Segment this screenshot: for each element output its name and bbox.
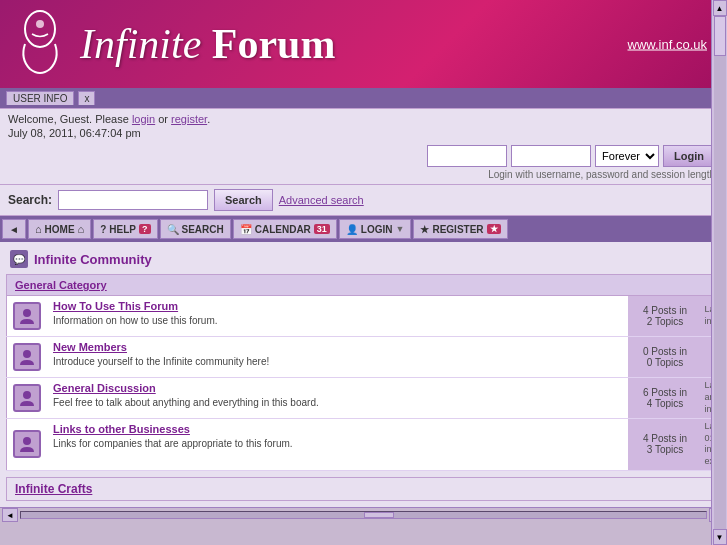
login-button[interactable]: Login <box>663 145 715 167</box>
search-label: Search: <box>8 193 52 207</box>
forum-stats-cell: 0 Posts in 0 Topics <box>628 337 703 378</box>
forum-info-cell: How To Use This Forum Information on how… <box>47 296 628 337</box>
category-name[interactable]: General Category <box>7 275 721 296</box>
scroll-track[interactable] <box>20 511 707 519</box>
search-icon: 🔍 <box>167 224 179 235</box>
header-logo <box>10 9 70 79</box>
nav-login-label: LOGIN <box>361 224 393 235</box>
nav-calendar-item[interactable]: 📅 CALENDAR 31 <box>233 219 337 239</box>
forum-info-cell: New Members Introduce yourself to the In… <box>47 337 628 378</box>
svg-point-2 <box>23 309 31 317</box>
register-badge: ★ <box>487 224 501 234</box>
header-url[interactable]: www.inf.co.uk <box>628 37 707 52</box>
svg-point-4 <box>23 391 31 399</box>
forum-name-link[interactable]: General Discussion <box>53 382 622 394</box>
scroll-left-button[interactable]: ◄ <box>2 508 18 522</box>
svg-point-0 <box>25 11 55 47</box>
forum-topics: 2 Topics <box>634 316 697 327</box>
forum-description: Information on how to use this forum. <box>53 315 218 326</box>
v-scroll-thumb[interactable] <box>714 16 726 56</box>
forum-name-link[interactable]: How To Use This Forum <box>53 300 622 312</box>
help-badge: ? <box>139 224 151 234</box>
svg-point-3 <box>23 350 31 358</box>
forum-table: General Category How To Use This Forum I… <box>6 274 721 471</box>
user-info-tab[interactable]: USER INFO <box>6 91 74 105</box>
forum-icon-cell <box>7 337 48 378</box>
welcome-date: July 08, 2011, 06:47:04 pm <box>8 127 719 139</box>
nav-home-label: HOME <box>45 224 75 235</box>
avatar-icon <box>17 388 37 408</box>
scroll-up-button[interactable]: ▲ <box>713 0 727 16</box>
table-row: General Discussion Feel free to talk abo… <box>7 378 721 419</box>
avatar-icon <box>17 347 37 367</box>
nav-search-item[interactable]: 🔍 SEARCH <box>160 219 231 239</box>
table-row: Links to other Businesses Links for comp… <box>7 419 721 471</box>
forum-avatar <box>13 343 41 371</box>
nav-back-button[interactable]: ◄ <box>2 219 26 239</box>
nav-help-item[interactable]: ? HELP ? <box>93 219 157 239</box>
table-row: How To Use This Forum Information on how… <box>7 296 721 337</box>
forum-avatar <box>13 302 41 330</box>
table-row: New Members Introduce yourself to the In… <box>7 337 721 378</box>
horizontal-scrollbar: ◄ ► <box>0 507 727 523</box>
forum-avatar <box>13 384 41 412</box>
nav-login-item[interactable]: 👤 LOGIN ▼ <box>339 219 412 239</box>
forum-icon-cell <box>7 419 48 471</box>
header-title: Infinite Forum <box>80 20 335 68</box>
community-header: 💬 Infinite Community <box>6 248 721 270</box>
forum-stats-cell: 6 Posts in 4 Topics <box>628 378 703 419</box>
vertical-scrollbar: ▲ ▼ <box>711 0 727 523</box>
search-bar: Search: Search Advanced search <box>0 185 727 216</box>
search-button[interactable]: Search <box>214 189 273 211</box>
login-link[interactable]: login <box>132 113 155 125</box>
forum-name-link[interactable]: New Members <box>53 341 622 353</box>
advanced-search-link[interactable]: Advanced search <box>279 194 364 206</box>
forum-posts: 0 Posts in <box>634 346 697 357</box>
scroll-thumb[interactable] <box>364 512 394 518</box>
forum-topics: 0 Topics <box>634 357 697 368</box>
svg-point-5 <box>23 437 31 445</box>
forum-topics: 3 Topics <box>634 444 697 455</box>
forum-avatar <box>13 430 41 458</box>
welcome-text: Welcome, Guest. Please login or register… <box>8 113 719 125</box>
avatar-icon <box>17 434 37 454</box>
session-length-select[interactable]: Forever <box>595 145 659 167</box>
nav-register-item[interactable]: ★ REGISTER ★ <box>413 219 507 239</box>
forum-posts: 6 Posts in <box>634 387 697 398</box>
password-input[interactable] <box>511 145 591 167</box>
calendar-icon: 📅 <box>240 224 252 235</box>
forum-stats-cell: 4 Posts in 3 Topics <box>628 419 703 471</box>
forum-icon-cell <box>7 378 48 419</box>
forum-info-cell: General Discussion Feel free to talk abo… <box>47 378 628 419</box>
nav-search-label: SEARCH <box>182 224 224 235</box>
login-hint: Login with username, password and sessio… <box>8 169 719 184</box>
nav-bar: ◄ ⌂ HOME ⌂ ? HELP ? 🔍 SEARCH 📅 CALENDAR … <box>0 216 727 242</box>
forum-description: Introduce yourself to the Infinite commu… <box>53 356 269 367</box>
forum-posts: 4 Posts in <box>634 433 697 444</box>
forum-posts: 4 Posts in <box>634 305 697 316</box>
person-icon: 👤 <box>346 224 358 235</box>
username-input[interactable] <box>427 145 507 167</box>
nav-home-icon2: ⌂ <box>78 223 85 235</box>
search-input[interactable] <box>58 190 208 210</box>
forum-stats-cell: 4 Posts in 2 Topics <box>628 296 703 337</box>
home-icon: ⌂ <box>35 223 42 235</box>
v-scroll-track[interactable] <box>714 16 726 523</box>
login-row: Forever Login <box>8 145 719 167</box>
register-icon: ★ <box>420 224 429 235</box>
infinite-crafts-section: Infinite Crafts <box>6 477 721 501</box>
main-content: 💬 Infinite Community General Category Ho… <box>0 242 727 507</box>
nav-register-label: REGISTER <box>432 224 483 235</box>
user-info-tab-close[interactable]: x <box>78 91 95 105</box>
register-link[interactable]: register <box>171 113 207 125</box>
nav-home-item[interactable]: ⌂ HOME ⌂ <box>28 219 91 239</box>
user-info-bar: USER INFO x <box>0 88 727 108</box>
header: Infinite Forum www.inf.co.uk <box>0 0 727 88</box>
forum-name-link[interactable]: Links to other Businesses <box>53 423 622 435</box>
header-title-italic: Infinite <box>80 21 201 67</box>
nav-help-label: HELP <box>109 224 136 235</box>
forum-info-cell: Links to other Businesses Links for comp… <box>47 419 628 471</box>
infinite-crafts-title[interactable]: Infinite Crafts <box>15 482 92 496</box>
forum-description: Links for companies that are appropriate… <box>53 438 293 449</box>
avatar-icon <box>17 306 37 326</box>
